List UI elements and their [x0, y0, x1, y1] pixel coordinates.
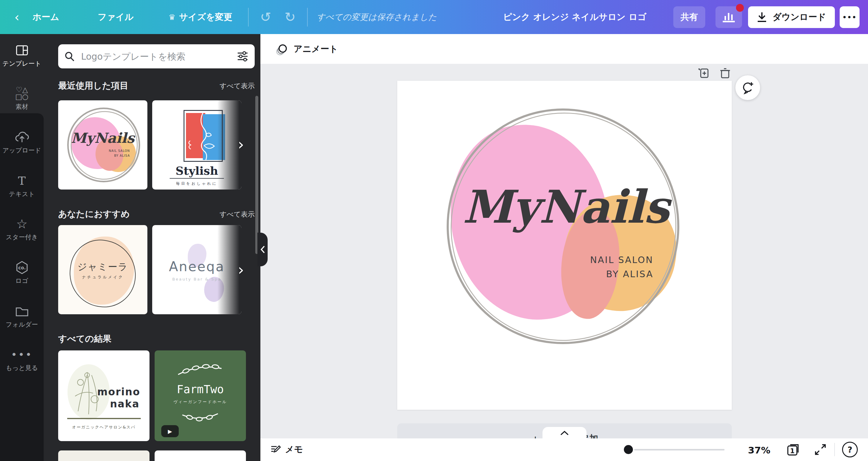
- design-title-text[interactable]: MyNails: [442, 180, 689, 233]
- download-button[interactable]: ダウンロード: [748, 6, 835, 28]
- duplicate-page-button[interactable]: [697, 67, 710, 80]
- collapse-toolbar-button[interactable]: [542, 427, 587, 439]
- section-recent: 最近使用した項目 すべて表示: [58, 80, 255, 92]
- design-subtitle-text[interactable]: NAIL SALON: [518, 255, 653, 265]
- thumb-logo-sub: オーガニックヘアサロン&スパ: [58, 425, 150, 430]
- bottom-bar: メモ 37% 1 ?: [260, 438, 868, 461]
- template-thumbnail-jamila[interactable]: ジャミーラ ナチュラルメイク: [58, 225, 147, 314]
- divider: [67, 418, 141, 419]
- notes-icon: [270, 444, 281, 455]
- back-icon[interactable]: ‹: [14, 10, 19, 24]
- sidebar-item-logos[interactable]: co. ロゴ: [0, 260, 44, 285]
- thumb-logo-title: ジャミーラ: [58, 260, 147, 273]
- redo-icon[interactable]: ↻: [284, 10, 296, 24]
- fullscreen-button[interactable]: [812, 441, 828, 458]
- download-icon: [757, 12, 767, 23]
- duplicate-page-icon: [697, 67, 709, 79]
- question-icon: ?: [842, 442, 858, 457]
- folder-icon: [0, 304, 44, 318]
- animate-icon: [275, 42, 289, 56]
- help-button[interactable]: ?: [841, 441, 858, 458]
- zoom-slider-track[interactable]: [634, 449, 724, 451]
- zoom-slider-knob[interactable]: [624, 445, 633, 454]
- crown-icon: ♛: [168, 13, 176, 22]
- chevron-left-icon: [260, 245, 265, 254]
- sidebar-item-folders[interactable]: フォルダー: [0, 304, 44, 329]
- more-options-button[interactable]: •••: [840, 6, 860, 28]
- search-input[interactable]: [81, 51, 237, 62]
- canvas-toolbar: アニメート: [260, 34, 868, 64]
- divider: [307, 8, 308, 27]
- design-page[interactable]: MyNails NAIL SALON BY ALISA: [397, 81, 732, 410]
- chevron-up-icon: [560, 431, 569, 435]
- design-title[interactable]: ピンク オレンジ ネイルサロン ロゴ: [503, 0, 647, 34]
- template-thumbnail-stylish[interactable]: Stylish 毎日をおしゃれに: [152, 100, 241, 189]
- template-thumbnail-partial[interactable]: [58, 451, 150, 461]
- thumb-logo-title: naka: [97, 398, 150, 410]
- panel-collapse-button[interactable]: [257, 233, 268, 266]
- sidebar-item-text[interactable]: T テキスト: [0, 174, 44, 198]
- template-search[interactable]: [58, 44, 255, 68]
- thumb-logo-sub: ヴィーガンフードホール: [155, 399, 246, 405]
- ellipsis-icon: •••: [0, 347, 44, 362]
- section-all-results: すべての結果: [58, 333, 255, 345]
- add-comment-button[interactable]: [735, 75, 760, 100]
- thumb-logo-sub: BY ALISA: [58, 154, 130, 157]
- frame-outline: [184, 110, 223, 162]
- divider: [248, 8, 249, 27]
- sketch-circle: [65, 236, 141, 311]
- save-status: すべての変更は保存されました: [317, 11, 437, 23]
- laurel-top: [176, 361, 224, 377]
- sidebar-item-more[interactable]: ••• もっと見る: [0, 347, 44, 372]
- section-recommended: あなたにおすすめ すべて表示: [58, 208, 255, 220]
- search-icon: [64, 51, 75, 62]
- video-play-badge[interactable]: ▶: [161, 425, 179, 437]
- design-subtitle-text[interactable]: BY ALISA: [518, 269, 653, 279]
- file-menu-button[interactable]: ファイル: [98, 11, 133, 23]
- sidebar-item-uploads[interactable]: アップロード: [0, 130, 44, 155]
- svg-text:1: 1: [790, 447, 795, 455]
- section-title: すべての結果: [58, 333, 112, 345]
- resize-button[interactable]: ♛ サイズを変更: [168, 11, 232, 23]
- carousel-next-icon[interactable]: ›: [238, 262, 244, 277]
- notification-dot: [736, 4, 744, 12]
- animate-button[interactable]: アニメート: [270, 39, 344, 59]
- play-icon: ▶: [168, 428, 172, 434]
- sidebar-item-templates[interactable]: テンプレート: [0, 43, 44, 68]
- carousel-next-icon[interactable]: ›: [238, 136, 244, 152]
- elements-icon: ♡△□○: [0, 86, 44, 101]
- divider: [170, 178, 224, 179]
- template-thumbnail-morino[interactable]: morino naka オーガニックヘアサロン&スパ: [58, 350, 150, 441]
- template-thumbnail-farmtwo[interactable]: FarmTwo ヴィーガンフードホール ▶: [155, 350, 246, 441]
- section-title: あなたにおすすめ: [58, 208, 130, 220]
- home-button[interactable]: ホーム: [33, 11, 59, 23]
- expand-icon: [814, 443, 827, 456]
- logo-icon: co.: [0, 260, 44, 275]
- delete-page-button[interactable]: [718, 67, 731, 80]
- undo-icon[interactable]: ↺: [260, 10, 271, 24]
- template-icon: [0, 43, 44, 58]
- sidebar-rail: テンプレート ♡△□○ 素材 アップロード T テキスト ☆ スター付き: [0, 34, 44, 461]
- template-thumbnail-aneeqa[interactable]: Aneeqa Beauty Bar & Spa: [152, 225, 241, 314]
- template-thumbnail-partial[interactable]: [155, 451, 246, 461]
- canva-editor: ‹ ホーム ファイル ♛ サイズを変更 ↺ ↻ すべての変更は保存されました ピ…: [0, 0, 868, 461]
- bar-chart-icon: [722, 11, 735, 23]
- template-thumbnail-mynails[interactable]: MyNails NAIL SALON BY ALISA: [58, 100, 147, 189]
- sidebar-item-starred[interactable]: ☆ スター付き: [0, 217, 44, 241]
- filter-icon[interactable]: [237, 50, 249, 62]
- sidebar-item-elements[interactable]: ♡△□○ 素材: [0, 86, 44, 111]
- see-all-link[interactable]: すべて表示: [219, 81, 255, 91]
- comment-plus-icon: [741, 81, 754, 94]
- sidebar-inactive-block: [0, 113, 44, 461]
- section-title: 最近使用した項目: [58, 80, 128, 92]
- see-all-link[interactable]: すべて表示: [219, 210, 255, 219]
- laurel-bottom: [181, 409, 220, 424]
- text-icon: T: [0, 174, 44, 188]
- top-bar: ‹ ホーム ファイル ♛ サイズを変更 ↺ ↻ すべての変更は保存されました ピ…: [0, 0, 868, 34]
- pages-button[interactable]: 1: [785, 441, 802, 458]
- memo-button[interactable]: メモ: [267, 442, 307, 457]
- share-button[interactable]: 共有: [673, 6, 705, 28]
- panel-scrollbar[interactable]: [255, 96, 258, 254]
- templates-panel: 最近使用した項目 すべて表示 MyNails NAIL SALON BY ALI…: [44, 34, 260, 461]
- svg-text:co.: co.: [18, 265, 26, 271]
